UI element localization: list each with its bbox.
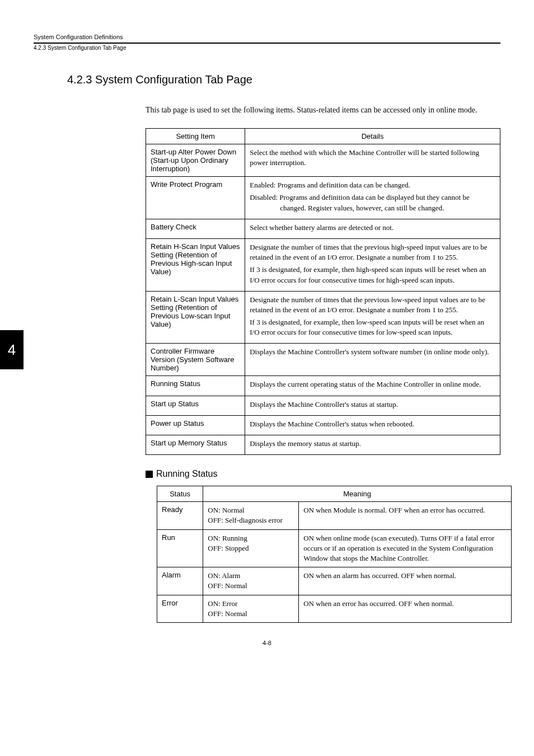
page-number: 4-8	[34, 640, 500, 646]
details-cell: Select whether battery alarms are detect…	[245, 219, 500, 238]
setting-cell: Retain L-Scan Input Values Setting (Rete…	[146, 291, 245, 344]
table-row: ReadyON: NormalOFF: Self-diagnosis error…	[157, 502, 512, 529]
square-bullet-icon	[146, 471, 153, 478]
setting-cell: Start-up Alter Power Down (Start-up Upon…	[146, 144, 245, 177]
details-cell: Displays the memory status at startup.	[245, 435, 500, 455]
setting-cell: Start up Memory Status	[146, 435, 245, 455]
details-cell: Designate the number of times that the p…	[245, 291, 500, 344]
table-row: Retain L-Scan Input Values Setting (Rete…	[146, 291, 500, 344]
details-cell: Displays the Machine Controller's system…	[245, 344, 500, 376]
onoff-cell: ON: NormalOFF: Self-diagnosis error	[203, 502, 299, 529]
details-cell: Designate the number of times that the p…	[245, 238, 500, 291]
details-cell: Displays the Machine Controller's status…	[245, 396, 500, 415]
status-cell: Run	[157, 529, 203, 567]
status-cell: Alarm	[157, 567, 203, 595]
header-title: System Configuration Definitions	[34, 34, 500, 40]
table-row: Start up Memory StatusDisplays the memor…	[146, 435, 500, 455]
th-details: Details	[245, 129, 500, 144]
th-status: Status	[157, 486, 203, 502]
th-meaning: Meaning	[203, 486, 512, 502]
setting-cell: Running Status	[146, 376, 245, 396]
table-row: RunON: RunningOFF: StoppedON when online…	[157, 529, 512, 567]
running-status-table: Status Meaning ReadyON: NormalOFF: Self-…	[157, 486, 512, 623]
setting-cell: Retain H-Scan Input Values Setting (Rete…	[146, 238, 245, 291]
desc-cell: ON when Module is normal. OFF when an er…	[299, 502, 512, 529]
header-divider	[34, 43, 500, 44]
setting-cell: Battery Check	[146, 219, 245, 238]
onoff-cell: ON: AlarmOFF: Normal	[203, 567, 299, 595]
table-row: Battery CheckSelect whether battery alar…	[146, 219, 500, 238]
table-row: Power up StatusDisplays the Machine Cont…	[146, 415, 500, 435]
table-row: Controller Firmware Version (System Soft…	[146, 344, 500, 376]
setting-cell: Power up Status	[146, 415, 245, 435]
settings-table: Setting Item Details Start-up Alter Powe…	[146, 128, 500, 455]
details-cell: Displays the Machine Controller's status…	[245, 415, 500, 435]
table-row: Retain H-Scan Input Values Setting (Rete…	[146, 238, 500, 291]
setting-cell: Controller Firmware Version (System Soft…	[146, 344, 245, 376]
chapter-tab: 4	[0, 330, 24, 369]
desc-cell: ON when an error has occurred. OFF when …	[299, 595, 512, 622]
onoff-cell: ON: ErrorOFF: Normal	[203, 595, 299, 622]
status-cell: Error	[157, 595, 203, 622]
desc-cell: ON when online mode (scan executed). Tur…	[299, 529, 512, 567]
table-row: Running StatusDisplays the current opera…	[146, 376, 500, 396]
running-status-label: Running Status	[156, 469, 217, 478]
details-cell: Select the method with which the Machine…	[245, 144, 500, 177]
table-row: Start up StatusDisplays the Machine Cont…	[146, 396, 500, 415]
onoff-cell: ON: RunningOFF: Stopped	[203, 529, 299, 567]
details-cell: Enabled: Programs and definition data ca…	[245, 177, 500, 219]
table-row: Start-up Alter Power Down (Start-up Upon…	[146, 144, 500, 177]
details-cell: Displays the current operating status of…	[245, 376, 500, 396]
setting-cell: Start up Status	[146, 396, 245, 415]
table-row: ErrorON: ErrorOFF: NormalON when an erro…	[157, 595, 512, 622]
desc-cell: ON when an alarm has occurred. OFF when …	[299, 567, 512, 595]
table-row: AlarmON: AlarmOFF: NormalON when an alar…	[157, 567, 512, 595]
section-title: 4.2.3 System Configuration Tab Page	[67, 73, 500, 86]
table-row: Write Protect ProgramEnabled: Programs a…	[146, 177, 500, 219]
th-setting: Setting Item	[146, 129, 245, 144]
setting-cell: Write Protect Program	[146, 177, 245, 219]
running-status-title: Running Status	[146, 469, 500, 479]
intro-text: This tab page is used to set the followi…	[146, 103, 500, 117]
status-cell: Ready	[157, 502, 203, 529]
header-subtitle: 4.2.3 System Configuration Tab Page	[34, 45, 500, 51]
